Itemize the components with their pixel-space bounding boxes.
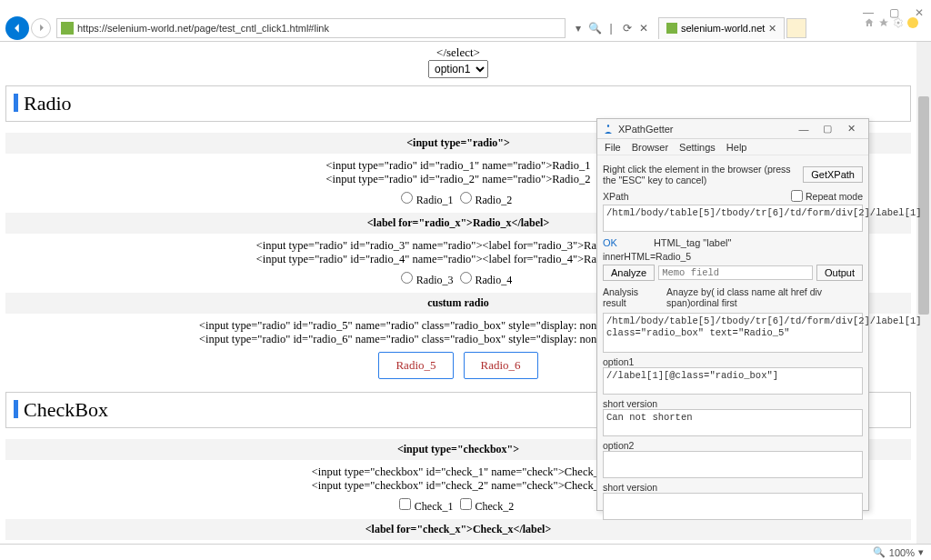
radio-3-label: Radio_3 (416, 274, 454, 286)
xpg-menu-settings[interactable]: Settings (679, 142, 716, 153)
back-button[interactable] (5, 16, 29, 40)
radio-4[interactable] (460, 272, 472, 284)
separator: | (604, 21, 618, 35)
radio-4-label: Radio_4 (476, 274, 513, 286)
star-icon[interactable] (878, 17, 889, 28)
xpg-hint: Right click the element in the browser (… (603, 164, 799, 185)
forward-button[interactable] (31, 18, 51, 38)
new-tab-button[interactable] (786, 18, 806, 38)
select-close-tag: </select> (5, 45, 911, 60)
xpg-menubar: File Browser Settings Help (597, 139, 868, 155)
section-accent (14, 400, 18, 418)
xpg-option2-field[interactable] (603, 451, 863, 478)
browser-tab[interactable]: selenium-world.net ✕ (658, 17, 785, 39)
select-dropdown[interactable]: option1 (428, 60, 488, 78)
select-fragment: </select> option1 (5, 45, 911, 78)
xpg-maximize-icon[interactable]: ▢ (816, 123, 839, 135)
status-bar: 🔍 100% ▾ (0, 544, 931, 560)
svg-point-0 (897, 22, 900, 25)
address-bar-actions: ▾ 🔍 | ⟳ ✕ (571, 21, 651, 35)
xpg-output-button[interactable]: Output (816, 265, 863, 281)
xpg-title-text: XPathGetter (618, 124, 674, 135)
xpg-analysis-field[interactable]: /html/body/table[5]/tbody/tr[6]/td/form/… (603, 313, 863, 353)
section-radio-title: Radio (5, 85, 911, 122)
custom-radio-6[interactable]: Radio_6 (464, 352, 538, 379)
xpg-status-ok: OK (603, 237, 617, 248)
xpg-repeat-checkbox[interactable] (791, 190, 803, 202)
check-2[interactable] (460, 498, 472, 510)
xpg-short1-label: short version (603, 398, 863, 409)
xpg-xpath-label: XPath (603, 191, 787, 202)
xpg-short2-field[interactable] (603, 493, 863, 520)
xpg-repeat-mode[interactable]: Repeat mode (791, 190, 863, 202)
tab-strip: selenium-world.net ✕ (658, 16, 806, 40)
xpg-analysis-hint: Anayze by( id class name alt href div sp… (666, 286, 863, 308)
xpg-option2-label: option2 (603, 440, 863, 451)
check-1[interactable] (399, 498, 411, 510)
address-bar[interactable]: https://selenium-world.net/page/test_cnt… (56, 18, 566, 38)
tab-favicon-icon (666, 23, 677, 34)
refresh-icon[interactable]: ⟳ (620, 21, 635, 35)
xpg-menu-file[interactable]: File (605, 142, 621, 153)
xpg-short1-field[interactable]: Can not shorten (603, 409, 863, 436)
xpg-innerhtml: innerHTML=Radio_5 (603, 251, 863, 262)
search-icon[interactable]: 🔍 (587, 21, 602, 35)
radio-3[interactable] (401, 272, 413, 284)
tab-label: selenium-world.net (681, 23, 765, 34)
caption-buttons (864, 15, 926, 31)
url-text: https://selenium-world.net/page/test_cnt… (77, 23, 329, 34)
dropdown-icon[interactable]: ▾ (571, 21, 586, 35)
xpg-analyze-button[interactable]: Analyze (603, 265, 655, 281)
xpg-xpath-field[interactable]: /html/body/table[5]/tbody/tr[6]/td/form/… (603, 205, 863, 232)
gear-icon[interactable] (893, 17, 904, 28)
radio-1[interactable] (401, 192, 413, 204)
xpg-option1-label: option1 (603, 356, 863, 367)
xpg-option1-field[interactable]: //label[1][@class="radio_box"] (603, 367, 863, 395)
xpg-status-tag: HTML_tag "label" (654, 237, 731, 248)
check-1-label: Check_1 (415, 500, 454, 513)
check-2-label: Check_2 (476, 500, 515, 513)
radio-2-label: Radio_2 (476, 194, 513, 206)
feedback-icon[interactable] (907, 17, 918, 28)
xpg-titlebar[interactable]: XPathGetter — ▢ ✕ (597, 119, 868, 139)
tab-close-icon[interactable]: ✕ (768, 23, 776, 35)
zoom-level: 100% (889, 547, 915, 558)
home-icon[interactable] (864, 17, 875, 28)
radio-1-label: Radio_1 (416, 194, 454, 206)
xpg-close-icon[interactable]: ✕ (839, 123, 863, 135)
xpg-menu-browser[interactable]: Browser (632, 142, 668, 153)
scrollbar-thumb[interactable] (918, 96, 929, 315)
radio-2[interactable] (460, 192, 472, 204)
xpg-short2-label: short version (603, 482, 863, 493)
xpg-getxpath-button[interactable]: GetXPath (803, 166, 863, 183)
xpg-minimize-icon[interactable]: — (792, 124, 816, 135)
section-accent (14, 94, 18, 112)
xpg-app-icon (603, 124, 614, 135)
custom-radio-5[interactable]: Radio_5 (378, 352, 453, 379)
zoom-icon[interactable]: 🔍 (873, 546, 886, 558)
site-favicon-icon (61, 22, 74, 35)
browser-navbar: https://selenium-world.net/page/test_cnt… (0, 15, 931, 42)
xpg-analysis-label: Analysis result (603, 286, 656, 308)
stop-icon[interactable]: ✕ (636, 21, 651, 35)
xpg-menu-help[interactable]: Help (726, 142, 747, 153)
zoom-dropdown-icon[interactable]: ▾ (918, 546, 924, 558)
xpathgetter-window: XPathGetter — ▢ ✕ File Browser Settings … (596, 118, 869, 511)
xpg-memo-field[interactable] (658, 265, 813, 280)
vertical-scrollbar[interactable] (916, 42, 931, 544)
